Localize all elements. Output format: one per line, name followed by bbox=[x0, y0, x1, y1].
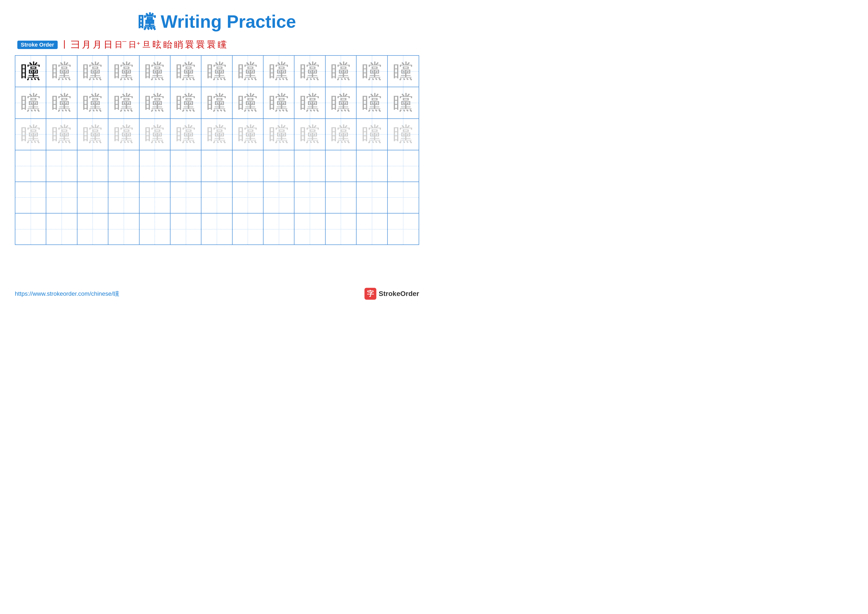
grid-cell-2-4: 矘 bbox=[108, 87, 139, 118]
grid-cell-3-10: 矘 bbox=[294, 119, 326, 150]
grid-cell-5-6[interactable] bbox=[170, 182, 202, 213]
strokeorder-logo-icon: 字 bbox=[364, 288, 377, 300]
grid-cell-6-1[interactable] bbox=[16, 213, 46, 244]
grid-row-1: 矘 矘 矘 矘 矘 矘 矘 矘 矘 矘 矘 矘 矘 bbox=[16, 56, 418, 87]
grid-row-6[interactable] bbox=[16, 213, 418, 244]
grid-cell-2-3: 矘 bbox=[78, 87, 108, 118]
stroke-step-10: 眙 bbox=[163, 39, 172, 51]
grid-cell-3-4: 矘 bbox=[108, 119, 139, 150]
stroke-step-11: 睄 bbox=[174, 39, 183, 51]
grid-row-4[interactable] bbox=[16, 150, 418, 182]
stroke-step-12: 睘 bbox=[185, 39, 194, 51]
grid-cell-3-12: 矘 bbox=[356, 119, 388, 150]
grid-cell-3-8: 矘 bbox=[232, 119, 264, 150]
grid-cell-5-12[interactable] bbox=[356, 182, 388, 213]
grid-cell-4-7[interactable] bbox=[202, 150, 232, 181]
grid-cell-5-13[interactable] bbox=[388, 182, 418, 213]
grid-cell-6-9[interactable] bbox=[264, 213, 294, 244]
grid-cell-3-2: 矘 bbox=[46, 119, 77, 150]
stroke-step-5: 日 bbox=[104, 39, 113, 51]
grid-cell-5-4[interactable] bbox=[108, 182, 139, 213]
grid-cell-6-3[interactable] bbox=[78, 213, 108, 244]
grid-cell-4-10[interactable] bbox=[294, 150, 326, 181]
stroke-order-badge: Stroke Order bbox=[17, 40, 57, 49]
grid-cell-1-7: 矘 bbox=[202, 56, 232, 87]
grid-cell-4-13[interactable] bbox=[388, 150, 418, 181]
grid-cell-6-4[interactable] bbox=[108, 213, 139, 244]
grid-cell-1-2: 矘 bbox=[46, 56, 77, 87]
stroke-step-8: 旦 bbox=[143, 39, 150, 50]
grid-cell-6-7[interactable] bbox=[202, 213, 232, 244]
grid-cell-5-10[interactable] bbox=[294, 182, 326, 213]
stroke-step-2: ⼹ bbox=[71, 39, 80, 51]
grid-cell-2-2: 矘 bbox=[46, 87, 77, 118]
grid-cell-1-8: 矘 bbox=[232, 56, 264, 87]
grid-row-2: 矘 矘 矘 矘 矘 矘 矘 矘 矘 矘 矘 矘 矘 bbox=[16, 87, 418, 119]
grid-cell-5-9[interactable] bbox=[264, 182, 294, 213]
grid-cell-3-6: 矘 bbox=[170, 119, 202, 150]
grid-cell-1-5: 矘 bbox=[140, 56, 170, 87]
grid-cell-1-3: 矘 bbox=[78, 56, 108, 87]
grid-cell-4-12[interactable] bbox=[356, 150, 388, 181]
grid-cell-1-9: 矘 bbox=[264, 56, 294, 87]
stroke-step-15: 矘 bbox=[218, 39, 227, 51]
grid-cell-2-12: 矘 bbox=[356, 87, 388, 118]
grid-cell-4-2[interactable] bbox=[46, 150, 77, 181]
grid-cell-1-1: 矘 bbox=[16, 56, 46, 87]
grid-cell-3-1: 矘 bbox=[16, 119, 46, 150]
grid-row-3: 矘 矘 矘 矘 矘 矘 矘 矘 矘 矘 矘 矘 矘 bbox=[16, 119, 418, 150]
stroke-order-row: Stroke Order ⼁ ⼹ 月 月 日 日¯ 日⁺ 旦 昡 眙 睄 睘 睘… bbox=[15, 39, 419, 51]
grid-cell-5-7[interactable] bbox=[202, 182, 232, 213]
stroke-step-13: 睘 bbox=[196, 39, 205, 51]
stroke-sequence: ⼁ ⼹ 月 月 日 日¯ 日⁺ 旦 昡 眙 睄 睘 睘 睘 矘 bbox=[60, 39, 227, 51]
grid-cell-4-4[interactable] bbox=[108, 150, 139, 181]
grid-cell-4-9[interactable] bbox=[264, 150, 294, 181]
grid-cell-4-11[interactable] bbox=[326, 150, 356, 181]
grid-cell-3-13: 矘 bbox=[388, 119, 418, 150]
grid-cell-6-8[interactable] bbox=[232, 213, 264, 244]
grid-cell-6-6[interactable] bbox=[170, 213, 202, 244]
grid-cell-6-2[interactable] bbox=[46, 213, 77, 244]
grid-cell-2-11: 矘 bbox=[326, 87, 356, 118]
grid-cell-5-3[interactable] bbox=[78, 182, 108, 213]
grid-cell-6-11[interactable] bbox=[326, 213, 356, 244]
grid-cell-3-9: 矘 bbox=[264, 119, 294, 150]
grid-cell-4-5[interactable] bbox=[140, 150, 170, 181]
grid-cell-2-6: 矘 bbox=[170, 87, 202, 118]
grid-cell-2-5: 矘 bbox=[140, 87, 170, 118]
grid-cell-5-5[interactable] bbox=[140, 182, 170, 213]
grid-cell-3-7: 矘 bbox=[202, 119, 232, 150]
stroke-step-4: 月 bbox=[93, 39, 102, 51]
grid-cell-3-11: 矘 bbox=[326, 119, 356, 150]
grid-cell-2-1: 矘 bbox=[16, 87, 46, 118]
grid-cell-2-10: 矘 bbox=[294, 87, 326, 118]
footer: https://www.strokeorder.com/chinese/矘 字 … bbox=[15, 288, 419, 300]
grid-cell-6-5[interactable] bbox=[140, 213, 170, 244]
grid-cell-1-10: 矘 bbox=[294, 56, 326, 87]
grid-cell-1-6: 矘 bbox=[170, 56, 202, 87]
grid-cell-6-13[interactable] bbox=[388, 213, 418, 244]
grid-cell-1-11: 矘 bbox=[326, 56, 356, 87]
grid-cell-5-2[interactable] bbox=[46, 182, 77, 213]
grid-cell-3-3: 矘 bbox=[78, 119, 108, 150]
grid-cell-5-8[interactable] bbox=[232, 182, 264, 213]
grid-row-5[interactable] bbox=[16, 182, 418, 213]
grid-cell-5-11[interactable] bbox=[326, 182, 356, 213]
footer-logo-text: StrokeOrder bbox=[379, 290, 419, 298]
stroke-step-9: 昡 bbox=[152, 39, 161, 51]
grid-cell-5-1[interactable] bbox=[16, 182, 46, 213]
grid-cell-2-9: 矘 bbox=[264, 87, 294, 118]
stroke-step-7: 日⁺ bbox=[129, 39, 141, 50]
stroke-step-6: 日¯ bbox=[115, 39, 126, 50]
char-dark: 矘 bbox=[21, 58, 40, 85]
grid-cell-4-3[interactable] bbox=[78, 150, 108, 181]
grid-cell-4-1[interactable] bbox=[16, 150, 46, 181]
grid-cell-1-4: 矘 bbox=[108, 56, 139, 87]
footer-url[interactable]: https://www.strokeorder.com/chinese/矘 bbox=[15, 290, 119, 298]
grid-cell-4-8[interactable] bbox=[232, 150, 264, 181]
grid-cell-6-10[interactable] bbox=[294, 213, 326, 244]
grid-cell-4-6[interactable] bbox=[170, 150, 202, 181]
grid-cell-6-12[interactable] bbox=[356, 213, 388, 244]
stroke-step-3: 月 bbox=[82, 39, 91, 51]
grid-cell-2-7: 矘 bbox=[202, 87, 232, 118]
